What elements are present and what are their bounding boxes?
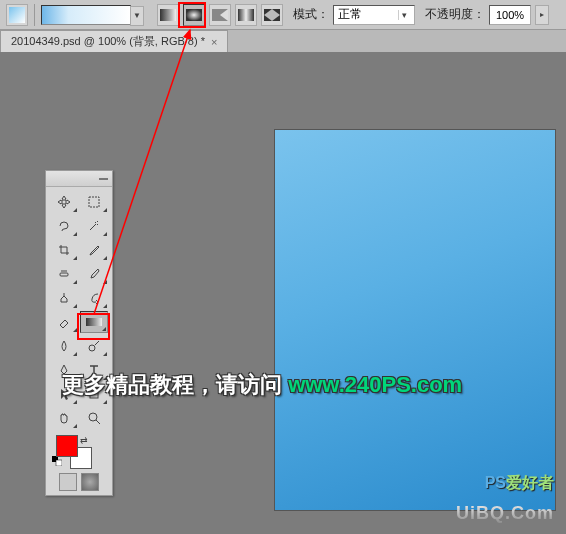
svg-rect-4 — [238, 9, 254, 21]
radial-gradient-button[interactable] — [183, 4, 205, 26]
blend-mode-value: 正常 — [338, 6, 362, 23]
opacity-label: 不透明度： — [425, 6, 485, 23]
watermark-logo-ps: PS爱好者 — [485, 473, 554, 494]
eyedropper-tool[interactable] — [80, 239, 108, 261]
crop-tool[interactable] — [50, 239, 78, 261]
magic-wand-tool[interactable] — [80, 215, 108, 237]
mode-label: 模式： — [293, 6, 329, 23]
watermark-logo-uibq: UiBQ.Com — [456, 503, 554, 524]
eraser-tool[interactable] — [50, 311, 78, 333]
swap-colors-icon[interactable]: ⇄ — [80, 435, 88, 445]
gradient-tool[interactable] — [80, 311, 108, 333]
svg-rect-2 — [186, 9, 202, 21]
standard-mode-icon[interactable] — [59, 473, 77, 491]
svg-point-12 — [89, 413, 97, 421]
hand-tool[interactable] — [50, 407, 78, 429]
diamond-gradient-button[interactable] — [261, 4, 283, 26]
document-tab-bar: 20104349.psd @ 100% (背景, RGB/8) * × — [0, 30, 566, 52]
tool-preset-picker[interactable] — [6, 4, 28, 26]
separator — [34, 4, 35, 26]
quick-mask-icon[interactable] — [81, 473, 99, 491]
svg-point-10 — [89, 345, 95, 351]
gradient-picker-dropdown[interactable]: ▼ — [130, 6, 144, 26]
svg-rect-0 — [9, 7, 25, 23]
options-bar: ▼ 模式： 正常 ▾ 不透明度： 100% ▸ — [0, 0, 566, 30]
dropdown-arrow-icon: ▾ — [398, 10, 410, 20]
document-tab[interactable]: 20104349.psd @ 100% (背景, RGB/8) * × — [0, 30, 228, 52]
opacity-dropdown[interactable]: ▸ — [535, 5, 549, 25]
reflected-gradient-button[interactable] — [235, 4, 257, 26]
history-brush-tool[interactable] — [80, 287, 108, 309]
document-canvas[interactable] — [275, 130, 555, 510]
opacity-value: 100% — [496, 9, 524, 21]
blur-tool[interactable] — [50, 335, 78, 357]
lasso-tool[interactable] — [50, 215, 78, 237]
angle-gradient-button[interactable] — [209, 4, 231, 26]
close-tab-icon[interactable]: × — [211, 36, 217, 48]
dodge-tool[interactable] — [80, 335, 108, 357]
healing-brush-tool[interactable] — [50, 263, 78, 285]
linear-gradient-button[interactable] — [157, 4, 179, 26]
svg-rect-7 — [89, 197, 99, 207]
brush-tool[interactable] — [80, 263, 108, 285]
watermark-text: 更多精品教程，请访问 www.240PS.com — [62, 370, 462, 400]
zoom-tool[interactable] — [80, 407, 108, 429]
svg-rect-1 — [160, 9, 176, 21]
gradient-preview[interactable]: ▼ — [41, 5, 131, 25]
move-tool[interactable] — [50, 191, 78, 213]
clone-stamp-tool[interactable] — [50, 287, 78, 309]
color-swatches: ⇄ — [46, 433, 112, 469]
blend-mode-select[interactable]: 正常 ▾ — [333, 5, 415, 25]
foreground-color[interactable] — [56, 435, 78, 457]
tools-panel: ⇄ — [45, 170, 113, 496]
marquee-tool[interactable] — [80, 191, 108, 213]
svg-rect-14 — [56, 460, 62, 466]
tools-panel-header[interactable] — [46, 171, 112, 187]
svg-rect-9 — [86, 318, 102, 326]
svg-rect-8 — [60, 273, 68, 276]
opacity-input[interactable]: 100% — [489, 5, 531, 25]
document-tab-title: 20104349.psd @ 100% (背景, RGB/8) * — [11, 34, 205, 49]
screen-mode-icons — [46, 469, 112, 495]
